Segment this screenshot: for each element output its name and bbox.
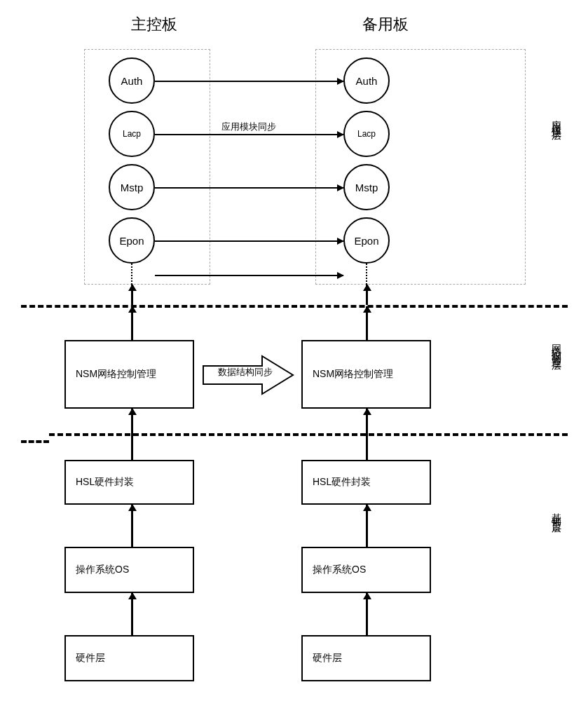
module-mstp-master: Mstp — [109, 164, 155, 210]
module-mstp-backup: Mstp — [343, 164, 390, 210]
divider-ncm-base-right — [49, 433, 568, 436]
module-lacp-backup: Lacp — [343, 111, 390, 157]
layer-label-ncm: 网络控制管理层 — [550, 336, 563, 356]
layer-label-base: 基础平台层 — [550, 505, 563, 519]
arrow-backup-hsl-os — [366, 505, 368, 547]
module-lacp-master: Lacp — [109, 111, 155, 157]
arrow-backup-os-hw — [366, 593, 368, 635]
app-module-sync-label: 应用模块同步 — [210, 121, 287, 133]
arrow-lacp-sync — [155, 134, 343, 135]
data-struct-sync-label: 数据结构同步 — [212, 366, 279, 379]
arrow-backup-nsm-hsl — [366, 409, 368, 460]
divider-ncm-base-left — [21, 440, 49, 443]
module-epon-master: Epon — [109, 217, 155, 264]
hsl-box-master: HSL硬件封装 — [64, 460, 194, 505]
arrow-master-app-top — [131, 285, 133, 305]
arrow-backup-app-top — [366, 285, 368, 305]
arrow-epon-sync — [155, 240, 343, 242]
arrow-auth-sync — [155, 81, 343, 82]
master-board-title: 主控板 — [112, 14, 196, 35]
os-box-backup: 操作系统OS — [301, 547, 431, 593]
arrow-backup-app-bottom — [366, 306, 368, 340]
arrow-master-os-hw — [131, 593, 133, 635]
os-box-master: 操作系统OS — [64, 547, 194, 593]
arrow-master-hsl-os — [131, 505, 133, 547]
layer-label-app: 应用模块层 — [550, 112, 563, 126]
hsl-box-backup: HSL硬件封装 — [301, 460, 431, 505]
arrow-master-nsm-hsl — [131, 409, 133, 460]
diagram-canvas: 主控板 备用板 Auth Lacp Mstp Epon Auth Lacp Ms… — [0, 0, 588, 701]
arrow-master-app-bottom — [131, 306, 133, 340]
module-auth-backup: Auth — [343, 57, 390, 104]
hw-box-master: 硬件层 — [64, 635, 194, 681]
arrow-more-sync — [155, 275, 343, 276]
module-epon-backup: Epon — [343, 217, 390, 264]
backup-board-title: 备用板 — [343, 14, 428, 35]
nsm-box-master: NSM网络控制管理 — [64, 340, 194, 409]
divider-app-ncm — [21, 305, 568, 308]
arrow-mstp-sync — [155, 187, 343, 189]
module-auth-master: Auth — [109, 57, 155, 104]
nsm-box-backup: NSM网络控制管理 — [301, 340, 431, 409]
hw-box-backup: 硬件层 — [301, 635, 431, 681]
